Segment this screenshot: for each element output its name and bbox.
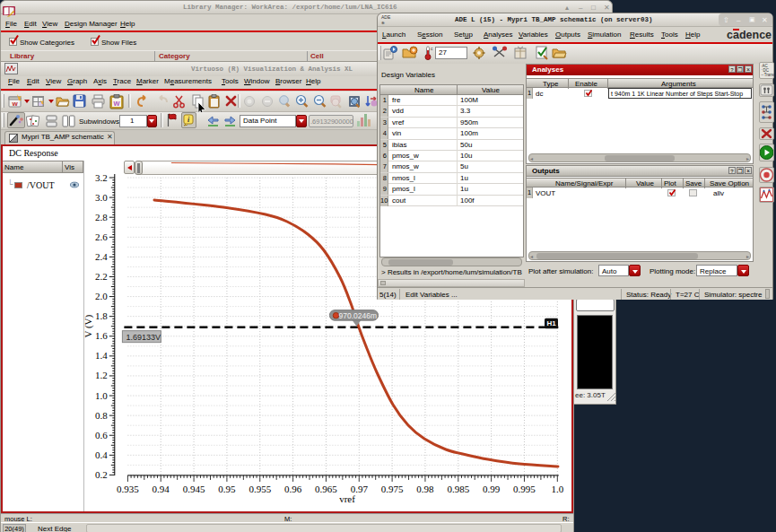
svg-text:w: w: [11, 100, 18, 108]
svg-text:1.6: 1.6: [95, 330, 108, 341]
svg-text:1.8: 1.8: [95, 310, 108, 321]
svg-text:0.2: 0.2: [95, 469, 108, 480]
svg-text:0.995: 0.995: [513, 484, 536, 494]
svg-text:0.4: 0.4: [95, 449, 108, 460]
svg-text:2.0: 2.0: [95, 291, 108, 301]
svg-text:0.95: 0.95: [218, 484, 236, 494]
svg-text:0.965: 0.965: [315, 484, 337, 494]
svg-text:1.69133V: 1.69133V: [126, 333, 161, 342]
svg-text:2.6: 2.6: [95, 231, 108, 242]
svg-text:0.945: 0.945: [183, 484, 205, 494]
svg-text:0.955: 0.955: [248, 484, 271, 494]
svg-text:0.96: 0.96: [284, 484, 302, 494]
svg-text:vref: vref: [339, 493, 355, 504]
svg-text:1.0: 1.0: [551, 484, 563, 494]
svg-text:0.98: 0.98: [416, 484, 434, 494]
svg-text:H1: H1: [546, 319, 556, 327]
svg-text:0.6: 0.6: [95, 430, 108, 440]
svg-text:0.99: 0.99: [483, 484, 501, 494]
svg-text:0.985: 0.985: [447, 484, 469, 494]
svg-text:0.94: 0.94: [153, 484, 170, 494]
svg-text:3.2: 3.2: [95, 172, 108, 183]
svg-text:1.4: 1.4: [95, 350, 108, 361]
svg-text:2.8: 2.8: [95, 212, 108, 222]
svg-text:0.975: 0.975: [381, 484, 404, 494]
svg-text:3.0: 3.0: [95, 192, 108, 203]
svg-text:0.8: 0.8: [95, 410, 108, 421]
svg-text:2.4: 2.4: [95, 251, 108, 262]
svg-text:0.935: 0.935: [117, 484, 139, 494]
svg-text:c: c: [431, 46, 433, 51]
svg-text:1.2: 1.2: [95, 370, 108, 380]
svg-text:w: w: [112, 99, 120, 108]
svg-text:V (V): V (V): [84, 314, 94, 337]
svg-text:1.0: 1.0: [95, 390, 108, 401]
svg-text:970.0246m: 970.0246m: [338, 311, 377, 320]
svg-text:2.2: 2.2: [95, 271, 108, 282]
